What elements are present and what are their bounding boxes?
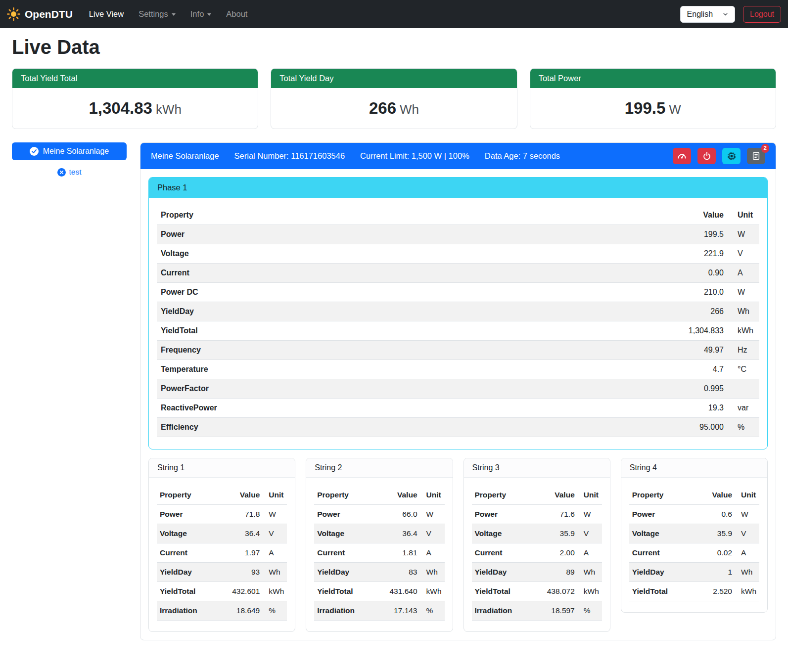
unit-cell: W <box>263 505 287 524</box>
value-cell: 1 <box>695 563 735 582</box>
string-table-body: Power 71.6 W Voltage 35.9 V <box>472 505 602 621</box>
nav-item-about[interactable]: About <box>219 5 255 23</box>
journal-icon <box>752 152 760 160</box>
table-row: Power 66.0 W <box>314 505 444 524</box>
limit-settings-button[interactable] <box>673 148 691 164</box>
inverter-panel: Meine Solaranlage Serial Number: 1161716… <box>140 142 776 640</box>
inverter-sub-item-test[interactable]: test <box>12 168 127 177</box>
value-cell: 19.3 <box>498 399 728 418</box>
value-cell: 0.90 <box>498 264 728 283</box>
device-info-button[interactable] <box>722 148 741 164</box>
property-cell: YieldDay <box>157 302 498 321</box>
column-property: Property <box>472 486 532 505</box>
unit-cell: Wh <box>420 563 445 582</box>
summary-card-total-yield-total: Total Yield Total 1,304.83kWh <box>12 68 258 129</box>
column-unit: Unit <box>735 486 759 505</box>
brand[interactable]: OpenDTU <box>7 7 73 21</box>
property-cell: Current <box>157 264 498 283</box>
power-settings-button[interactable] <box>697 148 716 164</box>
value-cell: 36.4 <box>374 524 420 543</box>
nav-item-settings[interactable]: Settings <box>131 5 183 23</box>
table-row: Voltage 36.4 V <box>157 524 287 543</box>
unit-cell: A <box>728 264 759 283</box>
value-cell: 1.81 <box>374 543 420 563</box>
summary-card-body: 199.5W <box>530 88 776 129</box>
table-row: Power DC 210.0 W <box>157 283 759 302</box>
property-cell: YieldTotal <box>629 582 695 601</box>
value-cell: 438.072 <box>531 582 578 601</box>
table-row: ReactivePower 19.3 var <box>157 399 759 418</box>
property-cell: Current <box>629 543 695 563</box>
unit-cell: V <box>578 524 602 543</box>
x-circle-icon <box>57 168 66 177</box>
table-row: YieldTotal 432.601 kWh <box>157 582 287 601</box>
unit-cell: W <box>735 505 759 524</box>
property-cell: Power DC <box>157 283 498 302</box>
property-cell: Current <box>314 543 374 563</box>
sub-item-label: test <box>69 168 82 177</box>
string-table-head: Property Value Unit <box>314 486 444 505</box>
string-card-title: String 3 <box>464 458 610 478</box>
nav-item-live-view[interactable]: Live View <box>82 5 131 23</box>
phase-card-body: Property Value Unit Power <box>149 198 767 449</box>
gauge-icon <box>677 151 687 161</box>
summary-card-title: Total Yield Total <box>12 69 258 88</box>
string-card-body: Property Value Unit Power <box>306 478 452 631</box>
language-value: English <box>687 10 713 19</box>
summary-cards-row: Total Yield Total 1,304.83kWh Total Yiel… <box>12 68 776 129</box>
summary-card-value: 266 <box>369 99 396 117</box>
unit-cell: % <box>728 418 759 437</box>
property-cell: Current <box>157 543 217 563</box>
property-cell: YieldTotal <box>157 582 217 601</box>
property-cell: Power <box>472 505 532 524</box>
brand-label: OpenDTU <box>25 8 73 20</box>
table-row: Power 0.6 W <box>629 505 759 524</box>
value-cell: 71.6 <box>531 505 578 524</box>
unit-cell: V <box>420 524 445 543</box>
unit-cell: Wh <box>578 563 602 582</box>
unit-cell: % <box>578 601 602 621</box>
nav-item-label: Info <box>190 9 204 19</box>
property-cell: Voltage <box>314 524 374 543</box>
column-unit: Unit <box>578 486 602 505</box>
table-row: YieldTotal 438.072 kWh <box>472 582 602 601</box>
value-cell: 49.97 <box>498 341 728 360</box>
table-header-row: Property Value Unit <box>157 206 759 225</box>
string-table-body: Power 71.8 W Voltage 36.4 V <box>157 505 287 621</box>
table-row: Irradiation 18.649 % <box>157 601 287 621</box>
unit-cell: V <box>728 244 759 264</box>
value-cell: 66.0 <box>374 505 420 524</box>
string-table-head: Property Value Unit <box>472 486 602 505</box>
table-row: YieldDay 89 Wh <box>472 563 602 582</box>
property-cell: Voltage <box>629 524 695 543</box>
language-select[interactable]: English <box>680 6 735 23</box>
phase-table-body: Power 199.5 W Voltage 221.9 V <box>157 225 759 437</box>
table-row: Power 71.6 W <box>472 505 602 524</box>
summary-card-value: 199.5 <box>625 99 666 117</box>
logout-button[interactable]: Logout <box>743 6 781 23</box>
table-row: YieldDay 1 Wh <box>629 563 759 582</box>
unit-cell: % <box>420 601 445 621</box>
unit-cell: Wh <box>728 302 759 321</box>
property-cell: YieldDay <box>472 563 532 582</box>
string-card-1: String 1 Property Value Unit <box>148 458 295 632</box>
nav-item-info[interactable]: Info <box>183 5 219 23</box>
property-cell: Voltage <box>157 524 217 543</box>
value-cell: 2.00 <box>531 543 578 563</box>
summary-card-unit: W <box>669 102 681 117</box>
value-cell: 431.640 <box>374 582 420 601</box>
value-cell: 71.8 <box>217 505 263 524</box>
string-card-body: Property Value Unit Power <box>149 478 295 631</box>
event-log-button[interactable]: 2 <box>747 148 765 164</box>
table-row: YieldTotal 431.640 kWh <box>314 582 444 601</box>
column-property: Property <box>629 486 695 505</box>
column-unit: Unit <box>263 486 287 505</box>
string-table-body: Power 66.0 W Voltage 36.4 V <box>314 505 444 621</box>
inverter-select-button[interactable]: Meine Solaranlage <box>12 142 127 160</box>
column-unit: Unit <box>728 206 759 225</box>
value-cell: 199.5 <box>498 225 728 244</box>
string-table-head: Property Value Unit <box>157 486 287 505</box>
current-limit: Current Limit: 1,500 W | 100% <box>360 151 469 161</box>
value-cell: 210.0 <box>498 283 728 302</box>
table-row: Efficiency 95.000 % <box>157 418 759 437</box>
